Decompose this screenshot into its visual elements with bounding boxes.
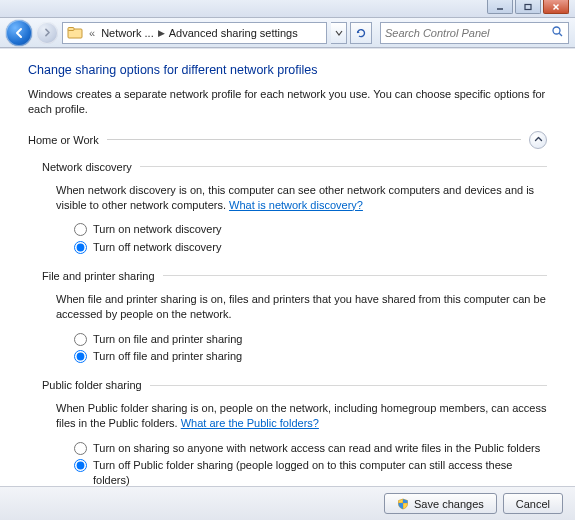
- section-label: File and printer sharing: [42, 270, 155, 282]
- section-description: When file and printer sharing is on, fil…: [56, 292, 547, 322]
- radio-nd-off[interactable]: [74, 241, 87, 254]
- titlebar: [0, 0, 575, 18]
- section-description: When network discovery is on, this compu…: [56, 183, 547, 213]
- page-description: Windows creates a separate network profi…: [28, 87, 547, 117]
- search-box[interactable]: [380, 22, 569, 44]
- radio-fp-on[interactable]: [74, 333, 87, 346]
- section-label: Network discovery: [42, 161, 132, 173]
- radio-label[interactable]: Turn on file and printer sharing: [93, 332, 547, 346]
- navbar: « Network ... ▶ Advanced sharing setting…: [0, 18, 575, 48]
- profile-header: Home or Work: [28, 131, 547, 149]
- radio-label[interactable]: Turn on network discovery: [93, 222, 547, 236]
- radio-label[interactable]: Turn off network discovery: [93, 240, 547, 254]
- cancel-button[interactable]: Cancel: [503, 493, 563, 514]
- section-description: When Public folder sharing is on, people…: [56, 401, 547, 431]
- radio-label[interactable]: Turn off file and printer sharing: [93, 349, 547, 363]
- radio-label[interactable]: Turn on sharing so anyone with network a…: [93, 441, 547, 455]
- section-public-folder-sharing: Public folder sharing When Public folder…: [42, 379, 547, 486]
- address-bar[interactable]: « Network ... ▶ Advanced sharing setting…: [62, 22, 327, 44]
- radio-fp-off[interactable]: [74, 350, 87, 363]
- maximize-button[interactable]: [515, 0, 541, 14]
- help-link-public-folders[interactable]: What are the Public folders?: [181, 417, 319, 429]
- forward-button[interactable]: [36, 22, 58, 44]
- section-label: Public folder sharing: [42, 379, 142, 391]
- breadcrumb-item[interactable]: Network ...: [101, 27, 154, 39]
- radio-pf-off[interactable]: [74, 459, 87, 472]
- svg-line-5: [559, 33, 562, 36]
- radio-pf-on[interactable]: [74, 442, 87, 455]
- back-button[interactable]: [6, 20, 32, 46]
- radio-nd-on[interactable]: [74, 223, 87, 236]
- divider: [107, 139, 521, 140]
- svg-point-4: [553, 27, 560, 34]
- section-file-printer-sharing: File and printer sharing When file and p…: [42, 270, 547, 363]
- address-dropdown[interactable]: [331, 22, 347, 44]
- section-network-discovery: Network discovery When network discovery…: [42, 161, 547, 254]
- search-input[interactable]: [385, 27, 551, 39]
- footer: Save changes Cancel: [0, 486, 575, 520]
- divider: [150, 385, 547, 386]
- breadcrumb-sep: «: [89, 27, 95, 39]
- save-changes-button[interactable]: Save changes: [384, 493, 497, 514]
- search-icon[interactable]: [551, 25, 564, 40]
- minimize-button[interactable]: [487, 0, 513, 14]
- collapse-button[interactable]: [529, 131, 547, 149]
- shield-icon: [397, 498, 409, 510]
- page-title: Change sharing options for different net…: [28, 63, 547, 77]
- divider: [163, 275, 547, 276]
- help-link-network-discovery[interactable]: What is network discovery?: [229, 199, 363, 211]
- breadcrumb-item[interactable]: Advanced sharing settings: [169, 27, 298, 39]
- network-icon: [67, 26, 83, 40]
- svg-rect-3: [68, 27, 74, 30]
- svg-rect-1: [525, 4, 531, 9]
- radio-label[interactable]: Turn off Public folder sharing (people l…: [93, 458, 547, 486]
- button-label: Save changes: [414, 498, 484, 510]
- refresh-button[interactable]: [350, 22, 372, 44]
- content-area: Change sharing options for different net…: [0, 49, 575, 486]
- chevron-right-icon[interactable]: ▶: [158, 28, 165, 38]
- divider: [140, 166, 547, 167]
- button-label: Cancel: [516, 498, 550, 510]
- profile-label: Home or Work: [28, 134, 99, 146]
- close-button[interactable]: [543, 0, 569, 14]
